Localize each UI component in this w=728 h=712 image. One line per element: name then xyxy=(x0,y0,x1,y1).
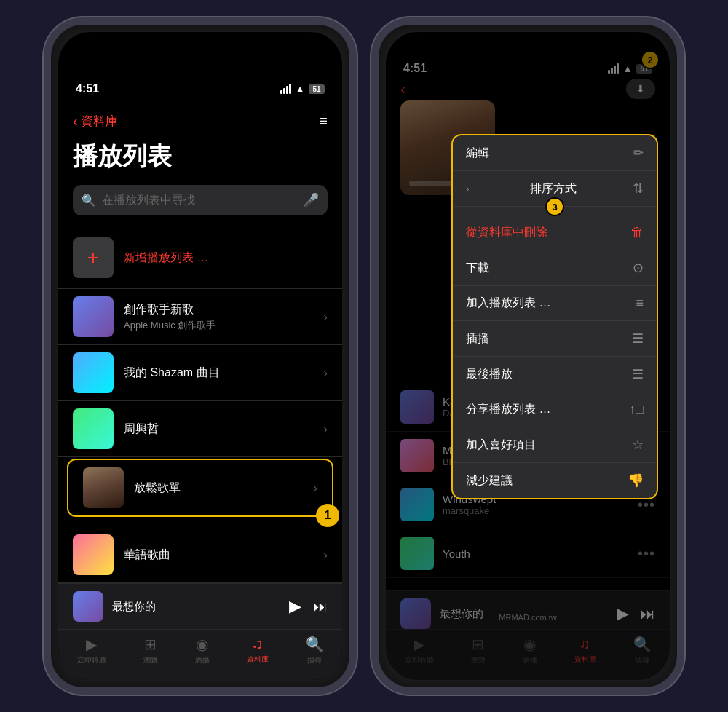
tab-radio-label-1: 廣播 xyxy=(195,655,210,665)
side-button-top xyxy=(355,134,357,178)
side-button-left-a-2 xyxy=(371,112,373,134)
wifi-icon-1: ▲ xyxy=(295,83,305,95)
phone-2-frame: 4:51 ▲ 51 2 xyxy=(371,17,684,695)
status-bar-1: 4:51 ▲ 51 xyxy=(58,68,342,105)
dynamic-island-1 xyxy=(157,33,244,58)
menu-shuffle-icon: ☰ xyxy=(632,331,644,347)
tab-library-1[interactable]: ♫ 資料庫 xyxy=(247,636,269,665)
shazam-title: 我的 Shazam 曲目 xyxy=(124,365,313,381)
menu-icon-1: ≡ xyxy=(319,113,328,129)
status-time-1: 4:51 xyxy=(76,82,99,95)
side-button-left-c-2 xyxy=(371,207,373,250)
bottom-player-1[interactable]: 最想你的 ▶ ⏭ xyxy=(58,583,342,629)
side-button-left-b-2 xyxy=(371,149,373,192)
tab-browse-label-1: 瀏覽 xyxy=(143,655,158,665)
menu-delete-icon: 🗑 xyxy=(630,225,644,240)
search-bar-1[interactable]: 🔍 在播放列表中尋找 🎤 xyxy=(73,185,328,215)
mic-icon-1: 🎤 xyxy=(303,192,319,208)
menu-add-playlist[interactable]: 加入播放列表 … ≡ xyxy=(453,286,657,321)
tab-bar-1: ▶ 立即聆聽 ⊞ 瀏覽 ◉ 廣播 ♫ 資料庫 xyxy=(58,629,342,680)
skip-button-1[interactable]: ⏭ xyxy=(313,598,328,615)
plus-icon: + xyxy=(87,246,99,269)
search-placeholder-1: 在播放列表中尋找 xyxy=(102,193,297,208)
relax-title: 放鬆歌單 xyxy=(134,480,303,496)
menu-add-playlist-icon: ≡ xyxy=(636,296,644,311)
play-button-1[interactable]: ▶ xyxy=(289,597,301,616)
tab-radio-icon-1: ◉ xyxy=(196,636,208,653)
menu-play-last[interactable]: 最後播放 ☰ xyxy=(453,357,657,392)
thumb-chinese xyxy=(73,534,114,575)
phone-1-screen: 4:51 ▲ 51 ‹ xyxy=(58,32,342,680)
menu-share-label: 分享播放列表 … xyxy=(466,402,550,417)
tab-browse-icon-1: ⊞ xyxy=(144,636,157,653)
list-item-shazam[interactable]: 我的 Shazam 曲目 › xyxy=(58,345,342,401)
tab-search-icon-1: 🔍 xyxy=(306,636,324,653)
menu-shuffle-label: 插播 xyxy=(466,331,489,347)
list-item-chou[interactable]: 周興哲 › xyxy=(58,401,342,457)
list-item-chinese[interactable]: 華語歌曲 › xyxy=(58,527,342,583)
menu-play-last-label: 最後播放 xyxy=(466,367,513,382)
battery-icon-1: 51 xyxy=(309,84,325,94)
nav-bar-1: ‹ 資料庫 ≡ xyxy=(58,105,342,137)
tab-search-label-1: 搜尋 xyxy=(307,655,322,665)
tab-listen-label-1: 立即聆聽 xyxy=(77,655,106,665)
menu-delete[interactable]: 從資料庫中刪除 🗑 xyxy=(453,215,657,250)
relax-info: 放鬆歌單 xyxy=(134,480,303,496)
thumb-artist xyxy=(73,296,114,337)
menu-edit-icon: ✏ xyxy=(633,145,644,161)
side-button-left-c xyxy=(44,207,45,250)
menu-less[interactable]: 減少建議 👎 xyxy=(453,463,657,498)
tab-browse-1[interactable]: ⊞ 瀏覽 xyxy=(143,636,158,665)
artist-info: 創作歌手新歌 Apple Music 創作歌手 xyxy=(124,302,313,332)
phone-1: 4:51 ▲ 51 ‹ xyxy=(44,17,357,695)
page-title-1: 播放列表 xyxy=(58,137,342,185)
signal-bars-1 xyxy=(280,84,291,94)
menu-sort[interactable]: › 排序方式 ⇅ 3 xyxy=(453,171,657,207)
side-button-left-a xyxy=(44,112,45,134)
menu-button-1[interactable]: ≡ xyxy=(319,113,328,130)
menu-less-icon: 👎 xyxy=(628,472,644,488)
add-new-item[interactable]: + 新增播放列表 … xyxy=(58,227,342,289)
menu-shuffle[interactable]: 插播 ☰ xyxy=(453,321,657,357)
list-item-relax[interactable]: 放鬆歌單 › xyxy=(67,459,333,517)
tab-listen-icon-1: ▶ xyxy=(86,636,97,653)
menu-sort-label: 排序方式 xyxy=(530,181,577,197)
list-item-artist[interactable]: 創作歌手新歌 Apple Music 創作歌手 › xyxy=(58,289,342,345)
thumb-relax xyxy=(83,467,124,508)
tab-library-label-1: 資料庫 xyxy=(247,654,269,665)
playlist-list-1: + 新增播放列表 … 創作歌手新歌 Apple Music 創作歌手 xyxy=(58,227,342,583)
menu-share[interactable]: 分享播放列表 … ↑□ xyxy=(453,392,657,427)
search-icon-1: 🔍 xyxy=(82,194,96,207)
artist-chevron: › xyxy=(323,309,328,325)
menu-download-icon: ⊙ xyxy=(633,260,644,276)
chinese-title: 華語歌曲 xyxy=(124,547,313,563)
menu-sort-chevron: › xyxy=(466,183,470,194)
menu-edit[interactable]: 編輯 ✏ xyxy=(453,135,657,171)
menu-favorite[interactable]: 加入喜好項目 ☆ xyxy=(453,427,657,463)
menu-share-icon: ↑□ xyxy=(629,402,644,417)
menu-download-label: 下載 xyxy=(466,261,489,276)
relax-wrapper: 放鬆歌單 › 1 xyxy=(58,459,342,517)
chou-info: 周興哲 xyxy=(124,422,313,437)
back-button-1[interactable]: ‹ 資料庫 xyxy=(73,113,118,130)
chinese-info: 華語歌曲 xyxy=(124,547,313,563)
menu-download[interactable]: 下載 ⊙ xyxy=(453,250,657,286)
artist-subtitle: Apple Music 創作歌手 xyxy=(124,319,313,332)
phone2-content: 4:51 ▲ 51 2 xyxy=(386,32,670,680)
tab-library-icon-1: ♫ xyxy=(252,636,263,652)
tab-radio-1[interactable]: ◉ 廣播 xyxy=(195,636,210,665)
tab-listen-1[interactable]: ▶ 立即聆聽 xyxy=(77,636,106,665)
menu-sort-icon: ⇅ xyxy=(633,181,644,197)
menu-delete-label: 從資料庫中刪除 xyxy=(466,225,547,240)
back-label-1: 資料庫 xyxy=(81,113,118,130)
thumb-chou xyxy=(73,408,114,449)
shazam-chevron: › xyxy=(323,365,328,381)
menu-add-playlist-label: 加入播放列表 … xyxy=(466,296,550,311)
chinese-chevron: › xyxy=(323,547,328,563)
menu-favorite-label: 加入喜好項目 xyxy=(466,438,536,453)
phone-2-screen: 4:51 ▲ 51 2 xyxy=(386,32,670,680)
add-new-title: 新增播放列表 … xyxy=(124,250,328,266)
tab-search-1[interactable]: 🔍 搜尋 xyxy=(306,636,324,665)
chou-title: 周興哲 xyxy=(124,422,313,437)
menu-play-last-icon: ☰ xyxy=(632,366,644,382)
